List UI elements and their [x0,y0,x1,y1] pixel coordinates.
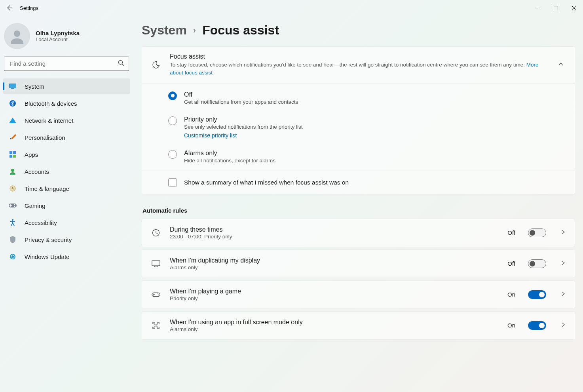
rule-monitor[interactable]: When I'm duplicating my displayAlarms on… [142,249,575,278]
rule-title: During these times [170,226,498,233]
svg-rect-23 [152,261,160,266]
svg-point-5 [119,61,123,65]
chevron-right-icon[interactable] [561,322,565,329]
apps-icon [9,150,17,158]
focus-title: Focus assist [170,53,547,60]
rule-clock[interactable]: During these times23:00 - 07:00; Priorit… [142,219,575,247]
rule-sub: 23:00 - 07:00; Priority only [170,234,498,240]
svg-point-20 [12,219,13,221]
breadcrumb-current: Focus assist [202,23,279,38]
sidebar-item-network[interactable]: Network & internet [3,112,130,128]
rule-sub: Alarms only [170,326,498,332]
system-icon [9,82,17,90]
rule-title: When I'm duplicating my display [170,257,498,264]
sidebar-item-label: Gaming [25,202,46,209]
sidebar-item-label: Privacy & security [25,236,72,243]
chevron-right-icon[interactable] [561,229,565,236]
rule-toggle[interactable] [528,321,546,330]
minimize-button[interactable] [528,2,547,14]
rule-fullscreen[interactable]: When I'm using an app in full screen mod… [142,311,575,340]
breadcrumb-parent[interactable]: System [142,23,187,38]
svg-line-6 [122,64,124,66]
avatar-icon [9,28,25,44]
maximize-button[interactable] [547,2,565,14]
profile-name: Olha Lypnytska [36,30,80,36]
sidebar-item-accounts[interactable]: Accounts [3,164,130,179]
focus-options: OffGet all notifications from your apps … [142,84,575,171]
svg-rect-12 [13,151,16,154]
sidebar-item-label: Windows Update [25,253,69,260]
radio-2[interactable] [168,150,177,159]
sidebar-item-label: Personalisation [25,134,65,141]
network-icon [9,116,17,124]
toggle-state: On [507,291,515,298]
customise-link[interactable]: Customise priority list [184,132,302,139]
breadcrumb: System › Focus assist [142,23,575,38]
rule-toggle[interactable] [528,228,546,237]
chevron-right-icon[interactable] [561,291,565,298]
focus-option-0: OffGet all notifications from your apps … [142,86,575,110]
summary-checkbox[interactable] [168,178,177,187]
chevron-right-icon: › [193,25,196,36]
sidebar-item-system[interactable]: System [3,78,130,94]
rule-toggle[interactable] [528,290,546,299]
profile-block[interactable]: Olha Lypnytska Local Account [3,21,130,56]
nav-list: SystemBluetooth & devicesNetwork & inter… [3,78,130,265]
svg-point-19 [14,206,15,207]
radio-1[interactable] [168,116,177,125]
svg-rect-10 [11,134,16,139]
focus-option-2: Alarms onlyHide all notifications, excep… [142,144,575,169]
sidebar: Olha Lypnytska Local Account SystemBluet… [0,16,135,392]
search-icon[interactable] [118,60,124,68]
radio-sub: Get all notifications from your apps and… [184,99,298,105]
radio-0[interactable] [168,91,177,100]
back-icon [6,5,12,11]
accounts-icon [9,167,17,175]
close-icon [572,6,576,10]
radio-label: Off [184,91,298,98]
summary-row: Show a summary of what I missed when foc… [142,171,575,194]
svg-rect-14 [13,155,16,158]
sidebar-item-label: Time & language [25,185,69,192]
privacy-icon [9,236,17,244]
toggle-state: On [507,322,515,329]
radio-sub: See only selected notifications from the… [184,124,302,130]
back-button[interactable] [6,4,13,11]
focus-assist-header[interactable]: Focus assist To stay focused, choose whi… [142,47,575,84]
focus-desc: To stay focused, choose which notificati… [170,61,547,77]
personalise-icon [9,133,17,141]
rule-toggle[interactable] [528,259,546,268]
bluetooth-icon [9,99,17,107]
rule-game[interactable]: When I'm playing a gamePriority onlyOn [142,280,575,309]
update-icon [9,253,17,261]
collapse-button[interactable] [556,60,565,70]
summary-label: Show a summary of what I missed when foc… [184,179,349,186]
focus-option-1: Priority onlySee only selected notificat… [142,110,575,144]
svg-point-18 [14,204,15,205]
search-input[interactable] [4,56,129,71]
sidebar-item-gaming[interactable]: Gaming [3,198,130,213]
svg-point-4 [14,30,20,37]
monitor-icon [152,260,160,267]
sidebar-item-apps[interactable]: Apps [3,147,130,162]
sidebar-item-update[interactable]: Windows Update [3,249,130,265]
sidebar-item-label: Network & internet [25,117,73,124]
svg-point-15 [11,169,14,172]
sidebar-item-label: System [25,83,44,90]
rules-list: During these times23:00 - 07:00; Priorit… [142,219,575,340]
sidebar-item-accessibility[interactable]: Accessibility [3,215,130,230]
sidebar-item-time[interactable]: Time & language [3,181,130,196]
sidebar-item-personalise[interactable]: Personalisation [3,129,130,145]
time-icon [9,185,17,192]
maximize-icon [554,6,558,10]
sidebar-item-label: Accounts [25,168,49,175]
sidebar-item-bluetooth[interactable]: Bluetooth & devices [3,95,130,111]
profile-sub: Local Account [36,36,80,42]
close-button[interactable] [565,2,583,14]
radio-label: Alarms only [184,150,275,157]
sidebar-item-privacy[interactable]: Privacy & security [3,232,130,247]
sidebar-item-label: Accessibility [25,219,57,226]
moon-icon [152,61,160,69]
chevron-right-icon[interactable] [561,260,565,267]
svg-rect-13 [9,155,12,158]
